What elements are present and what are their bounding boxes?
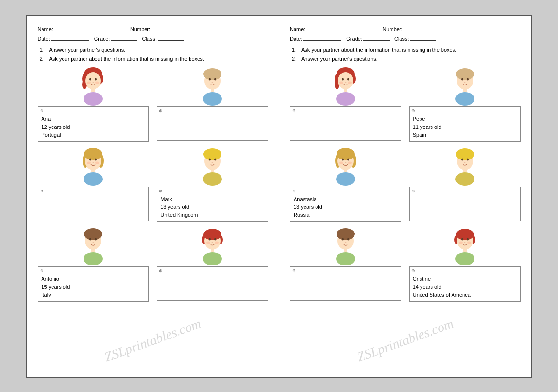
character-ana: ⊕ Ana 12 years old Portugal bbox=[38, 66, 149, 142]
avatar-ana bbox=[74, 66, 112, 105]
svg-point-37 bbox=[214, 158, 216, 160]
svg-point-45 bbox=[95, 238, 97, 241]
number-input bbox=[151, 24, 178, 31]
svg-point-17 bbox=[214, 78, 216, 81]
svg-point-9 bbox=[87, 82, 91, 84]
character-mark-right: ⊕ bbox=[409, 147, 521, 222]
worksheet: Name: Number: Date: Grade: Class: bbox=[26, 15, 532, 378]
svg-point-75 bbox=[456, 70, 474, 80]
svg-point-117 bbox=[459, 242, 463, 244]
svg-point-55 bbox=[214, 238, 216, 241]
character-cristine-left: ⊕ bbox=[157, 226, 268, 302]
svg-point-108 bbox=[336, 252, 355, 265]
svg-rect-19 bbox=[211, 88, 214, 92]
class-field: Class: bbox=[142, 34, 184, 42]
avatar-cristine-left bbox=[193, 226, 232, 265]
instruction-1: 1. Answer your partner's questions. bbox=[38, 46, 269, 53]
svg-point-88 bbox=[345, 162, 346, 163]
flag-icon: ⊕ bbox=[159, 108, 163, 113]
info-box-antonio: ⊕ Antonio 15 years old Italy bbox=[38, 266, 149, 302]
grade-field: Grade: bbox=[94, 34, 137, 42]
svg-point-56 bbox=[212, 242, 213, 243]
header-row-1: Name: Number: bbox=[38, 24, 269, 32]
grade-field-right: Grade: bbox=[346, 34, 390, 42]
svg-point-96 bbox=[461, 158, 463, 160]
svg-point-90 bbox=[348, 161, 352, 164]
svg-point-95 bbox=[456, 150, 474, 160]
svg-point-118 bbox=[467, 242, 471, 244]
class-input-right bbox=[410, 34, 436, 41]
svg-point-6 bbox=[89, 78, 91, 81]
info-box-mark: ⊕ Mark 13 years old United Kingdom bbox=[157, 187, 268, 222]
info-box-cristine-left: ⊕ bbox=[157, 266, 268, 301]
svg-point-113 bbox=[456, 231, 474, 240]
characters-grid-right: ⊕ bbox=[290, 66, 521, 302]
instructions-right: 1. Ask your partner about the informatio… bbox=[290, 46, 521, 63]
class-input bbox=[158, 34, 184, 41]
svg-point-5 bbox=[85, 72, 101, 89]
person-info-cristine: Cristine 14 years old United States of A… bbox=[413, 275, 517, 299]
character-anastasia-left: ⊕ bbox=[38, 147, 149, 222]
info-box-anastasia-left: ⊕ bbox=[38, 187, 149, 221]
info-box-ana-right: ⊕ bbox=[290, 106, 401, 141]
svg-rect-71 bbox=[344, 88, 347, 92]
svg-point-104 bbox=[342, 238, 344, 241]
svg-rect-79 bbox=[463, 88, 467, 92]
name-label-right: Name: bbox=[290, 26, 305, 32]
svg-rect-107 bbox=[344, 248, 347, 252]
svg-point-38 bbox=[212, 162, 213, 163]
flag-icon: ⊕ bbox=[159, 189, 163, 193]
flag-icon: ⊕ bbox=[411, 108, 415, 113]
name-label: Name: bbox=[38, 26, 53, 32]
svg-point-54 bbox=[209, 238, 211, 241]
svg-point-30 bbox=[95, 161, 99, 164]
svg-point-86 bbox=[342, 158, 344, 160]
svg-point-43 bbox=[84, 230, 102, 240]
svg-point-106 bbox=[345, 242, 346, 243]
header-row-2: Date: Grade: Class: bbox=[38, 34, 269, 42]
instruction-2: 2. Ask your partner about the informatio… bbox=[38, 55, 269, 63]
svg-point-103 bbox=[337, 230, 354, 240]
svg-point-66 bbox=[342, 78, 344, 81]
svg-point-115 bbox=[467, 238, 469, 241]
character-cristine-right: ⊕ Cristine 14 years old United States of… bbox=[409, 226, 521, 302]
character-ana-right: ⊕ bbox=[290, 66, 401, 142]
grade-input-right bbox=[363, 34, 390, 41]
avatar-anastasia-left bbox=[74, 147, 112, 185]
name-field-right: Name: bbox=[290, 24, 378, 32]
svg-point-69 bbox=[339, 82, 343, 84]
svg-point-36 bbox=[209, 158, 211, 160]
name-field: Name: bbox=[38, 24, 126, 32]
avatar-mark bbox=[193, 147, 232, 185]
info-box-antonio-right: ⊕ bbox=[290, 266, 401, 301]
flag-icon: ⊕ bbox=[40, 108, 44, 113]
info-box-pepe-right: ⊕ Pepe 11 years old Spain bbox=[409, 106, 521, 142]
person-info-antonio: Antonio 15 years old Italy bbox=[42, 275, 146, 299]
svg-point-44 bbox=[89, 238, 91, 241]
instructions-left: 1. Answer your partner's questions. 2. A… bbox=[38, 46, 269, 63]
date-field: Date: bbox=[38, 34, 89, 42]
character-anastasia-right: ⊕ Anastasia 13 years old Russia bbox=[290, 147, 401, 222]
flag-icon: ⊕ bbox=[40, 189, 44, 193]
info-box-mark-right: ⊕ bbox=[409, 187, 521, 221]
number-label: Number: bbox=[130, 26, 150, 32]
svg-point-120 bbox=[455, 252, 474, 265]
instruction-1-right: 1. Ask your partner about the informatio… bbox=[290, 46, 521, 53]
number-field: Number: bbox=[130, 24, 178, 32]
grade-label: Grade: bbox=[94, 36, 110, 42]
svg-point-97 bbox=[467, 158, 469, 160]
avatar-cristine-right bbox=[446, 226, 484, 265]
avatar-ana-right bbox=[326, 66, 365, 105]
watermark-right: ZSLprintables.com bbox=[355, 316, 455, 365]
character-mark: ⊕ Mark 13 years old United Kingdom bbox=[157, 147, 268, 222]
avatar-antonio bbox=[74, 226, 112, 265]
person-info-ana: Ana 12 years old Portugal bbox=[42, 115, 146, 139]
character-pepe-left: ⊕ bbox=[157, 66, 268, 142]
svg-point-116 bbox=[464, 242, 465, 243]
svg-point-10 bbox=[95, 82, 99, 84]
flag-icon: ⊕ bbox=[411, 268, 415, 273]
number-input-right bbox=[404, 24, 430, 31]
svg-point-8 bbox=[93, 82, 94, 83]
avatar-antonio-right bbox=[326, 226, 365, 265]
number-label-right: Number: bbox=[382, 26, 402, 32]
